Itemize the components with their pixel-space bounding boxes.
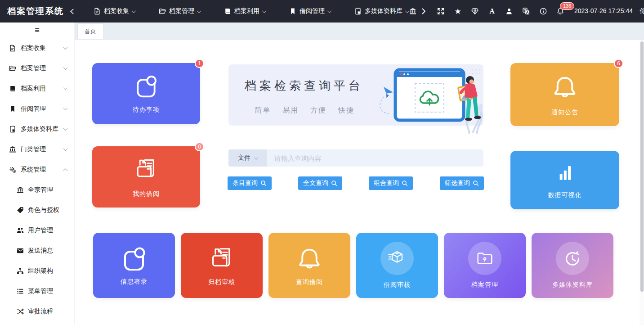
greeting[interactable]: 你好 杨标 [640, 7, 644, 15]
vertical-scrollbar[interactable] [640, 40, 644, 325]
todo-card[interactable]: 待办事项 1 [92, 63, 200, 124]
icon-circle [380, 242, 414, 275]
entry-query-button[interactable]: 条目查询 [228, 176, 272, 190]
app-title: 档案管理系统 [7, 5, 64, 17]
sidebar-item-label: 发送消息 [28, 247, 53, 255]
chevron-down-icon [63, 106, 68, 110]
search-input[interactable] [267, 149, 483, 167]
users-icon [17, 227, 24, 234]
shortcut-borrow-review[interactable]: 借阅审核 [356, 233, 438, 298]
data-visualization-card[interactable]: 数据可视化 [510, 151, 619, 209]
sidebar-item-label: 档案收集 [21, 44, 46, 52]
fulltext-query-button[interactable]: 全文查询 [298, 176, 342, 190]
borrow-badge: 0 [195, 142, 204, 151]
search-icon [260, 180, 267, 186]
shortcut-label: 多媒体资料库 [552, 281, 593, 289]
shortcut-label: 信息著录 [121, 278, 148, 286]
shortcut-archive-manage[interactable]: 档案管理 [444, 233, 526, 298]
bar-chart-icon [553, 161, 577, 184]
folder-open-icon [9, 65, 16, 72]
gear-icon [9, 166, 16, 173]
my-borrow-card[interactable]: 我的借阅 0 [92, 146, 200, 208]
combined-query-button[interactable]: 组合查询 [369, 176, 413, 190]
topnav-archive-use[interactable]: 档案利用 [224, 7, 266, 15]
topnav-archive-manage[interactable]: 档案管理 [159, 7, 201, 15]
collapse-sidebar-icon[interactable] [70, 9, 76, 14]
bank-icon [9, 146, 16, 153]
topnav-media-library[interactable]: 多媒体资料库 [354, 7, 409, 15]
shortcut-archive-review[interactable]: 归档审核 [181, 233, 263, 298]
list-icon [17, 288, 24, 295]
shortcut-media-library[interactable]: 多媒体资料库 [532, 233, 613, 298]
chevron-down-icon [63, 86, 68, 90]
shuffle-icon [17, 308, 24, 315]
button-label: 筛选查询 [445, 179, 470, 187]
gem-icon[interactable] [471, 7, 479, 15]
chevron-down-icon [254, 155, 259, 160]
sidebar-item-media-library[interactable]: 多媒体资料库 [0, 119, 74, 139]
sidebar-item-fonds-manage[interactable]: 全宗管理 [0, 180, 74, 200]
bookmark-icon [289, 8, 296, 15]
topbar-info: 2023-07-26 17:25:44 你好 杨标 [574, 7, 644, 15]
sidebar-item-approval-flow[interactable]: 审批流程 [0, 301, 74, 321]
keyword: 简单 [255, 106, 271, 115]
bell-icon [550, 72, 579, 101]
sidebar-item-archive-use[interactable]: 档案利用 [0, 78, 74, 99]
bell-icon[interactable]: 136 [556, 7, 564, 15]
font-size-icon[interactable]: A [488, 7, 496, 15]
scrollbar-thumb[interactable] [640, 41, 644, 292]
keyword: 方便 [310, 106, 326, 115]
topnav-archive-collect[interactable]: 档案收集 [94, 7, 135, 15]
sidebar-item-archive-manage[interactable]: 档案管理 [0, 58, 74, 78]
sidebar-item-category-manage[interactable]: 门类管理 [0, 139, 74, 159]
button-label: 全文查询 [303, 179, 328, 187]
shortcut-info-entry[interactable]: 信息著录 [93, 233, 175, 298]
sidebar-item-send-message[interactable]: 发送消息 [0, 240, 74, 261]
sidebar-item-label: 系统管理 [21, 166, 46, 174]
history-icon [562, 248, 583, 269]
sidebar-item-system-manage[interactable]: 系统管理 [0, 159, 74, 180]
search-icon [402, 180, 408, 186]
sidebar-item-user-manage[interactable]: 用户管理 [0, 220, 74, 240]
notice-card[interactable]: 通知公告 6 [510, 63, 619, 126]
folder-open-icon [159, 8, 166, 15]
sidebar-item-borrow-manage[interactable]: 借阅管理 [0, 99, 74, 119]
hamburger-menu-icon[interactable]: ≡ [0, 23, 74, 38]
fullscreen-icon[interactable] [437, 7, 445, 15]
shortcut-label: 归档审核 [208, 278, 235, 286]
chevron-right-icon[interactable] [420, 7, 428, 15]
topnav-label: 档案利用 [234, 7, 259, 15]
user-icon[interactable] [505, 7, 513, 15]
category-bank-icon[interactable] [409, 7, 417, 15]
button-label: 组合查询 [374, 179, 399, 187]
tab-home[interactable]: 首页 [77, 23, 103, 39]
sidebar-item-org-structure[interactable]: 组织架构 [0, 261, 74, 281]
folder-lock-icon [474, 248, 495, 269]
folder-document-icon [208, 244, 236, 272]
sidebar-item-menu-manage[interactable]: 菜单管理 [0, 281, 74, 301]
topbar: 档案管理系统 档案收集 档案管理 档案利用 借阅管理 [0, 0, 644, 23]
archive-management-app: 档案管理系统 档案收集 档案管理 档案利用 借阅管理 [0, 0, 644, 325]
card-label: 通知公告 [551, 108, 578, 117]
upload-illustration [360, 65, 483, 153]
star-icon[interactable]: ★ [454, 7, 462, 15]
topbar-quick-icons: ★ A 136 [409, 7, 564, 15]
sidebar-item-archive-collect[interactable]: 档案收集 [0, 38, 74, 58]
document-icon [94, 8, 101, 15]
sidebar-item-roles-auth[interactable]: 角色与授权 [0, 200, 74, 220]
sidebar-item-label: 用户管理 [28, 226, 53, 235]
translate-icon[interactable] [522, 7, 530, 15]
search-category-select[interactable]: 文件 [228, 149, 267, 167]
main-content: 待办事项 1 档案检索查询平台 简单 易用 方便 快捷 [75, 40, 644, 325]
info-icon[interactable] [539, 7, 547, 15]
icon-circle [468, 242, 501, 275]
shortcut-query-borrow[interactable]: 查询借阅 [268, 233, 350, 298]
filter-query-button[interactable]: 筛选查询 [440, 176, 484, 190]
search-icon [473, 180, 479, 186]
chevron-down-icon [63, 45, 68, 50]
topnav-label: 借阅管理 [300, 7, 325, 15]
topnav-borrow-manage[interactable]: 借阅管理 [289, 7, 331, 15]
media-file-icon [354, 8, 362, 15]
chevron-down-icon [132, 9, 136, 13]
todo-badge: 1 [195, 59, 204, 68]
